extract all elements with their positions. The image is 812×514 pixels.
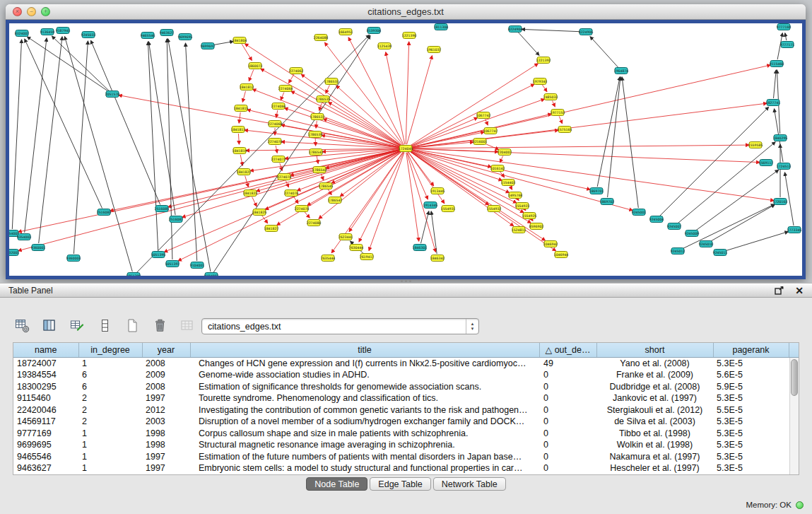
cell-short[interactable]: Yano et al. (2008)	[596, 357, 713, 369]
cell-out_de[interactable]: 0	[539, 451, 596, 463]
graph-edge[interactable]	[349, 152, 403, 232]
graph-node[interactable]: 1841815	[234, 105, 249, 112]
graph-edge[interactable]	[245, 176, 249, 187]
graph-node[interactable]: 9360003	[66, 255, 81, 262]
graph-node[interactable]: 1846342	[430, 255, 445, 262]
graph-edge[interactable]	[148, 42, 175, 215]
delete-table-button[interactable]	[149, 315, 170, 336]
graph-node[interactable]: 1524811	[512, 227, 526, 233]
cell-short[interactable]: Stergiakouli et al. (2012)	[596, 404, 713, 416]
graph-node[interactable]: 1869701	[589, 188, 604, 194]
graph-edge[interactable]	[281, 93, 284, 100]
graph-node[interactable]: 1575165	[558, 127, 572, 133]
cell-pagerank[interactable]: 5.3E-5	[713, 416, 789, 428]
graph-node[interactable]: 2264088	[314, 35, 329, 41]
graph-node[interactable]: 8224906	[579, 29, 594, 35]
cell-short[interactable]: Hescheler et al. (1997)	[596, 462, 713, 474]
graph-edge[interactable]	[348, 37, 404, 145]
cell-in_degree[interactable]: 1	[78, 462, 142, 474]
graph-edge[interactable]	[238, 134, 239, 144]
graph-node[interactable]: 1067742	[476, 112, 491, 119]
graph-edge[interactable]	[305, 212, 310, 218]
graph-node[interactable]: 1786535	[316, 96, 331, 103]
graph-node[interactable]: 1786547	[328, 197, 343, 204]
graph-node[interactable]: 9354003	[17, 234, 32, 240]
table-row[interactable]: 1872400712008Changes of HCN gene express…	[13, 357, 799, 369]
graph-node[interactable]: 9699695	[178, 34, 193, 40]
graph-node[interactable]: 1860073	[248, 63, 263, 69]
graph-edge[interactable]	[410, 65, 770, 148]
graph-node[interactable]: 2274064	[278, 86, 293, 92]
graph-node[interactable]: 1786541	[309, 149, 324, 156]
graph-node[interactable]: 1811304	[434, 24, 449, 30]
graph-node[interactable]: 9463627	[160, 30, 175, 36]
graph-node[interactable]: 8324007	[15, 30, 30, 37]
graph-edge[interactable]	[542, 85, 547, 92]
cell-pagerank[interactable]: 5.3E-5	[713, 439, 789, 451]
graph-node[interactable]: 1554932	[487, 206, 502, 212]
cell-name[interactable]: 19384554	[13, 369, 78, 381]
graph-node[interactable]: 9245010	[699, 241, 714, 247]
graph-node[interactable]: 1841827	[264, 226, 279, 232]
graph-node[interactable]: 1154403	[501, 180, 516, 186]
graph-node[interactable]: 1832001	[9, 250, 19, 256]
scrollbar-thumb[interactable]	[791, 359, 798, 396]
column-header-out_de[interactable]: △ out_de…	[539, 343, 596, 357]
graph-node[interactable]: 1664951	[339, 29, 353, 35]
graph-node[interactable]: 9245001	[632, 209, 647, 216]
cell-name[interactable]: 9115460	[13, 392, 78, 404]
graph-node[interactable]: 1016142	[490, 165, 505, 172]
graph-node[interactable]: 8596902	[529, 223, 544, 230]
graph-edge[interactable]	[410, 103, 767, 148]
close-window-button[interactable]: ×	[13, 7, 22, 16]
close-panel-button[interactable]: ✕	[795, 286, 804, 296]
column-header-title[interactable]: title	[190, 343, 539, 357]
graph-node[interactable]: 2516085	[155, 206, 170, 212]
graph-edge[interactable]	[39, 37, 62, 243]
graph-edge[interactable]	[317, 156, 318, 163]
graph-node[interactable]: 1841804	[233, 37, 247, 44]
graph-edge[interactable]	[410, 148, 760, 162]
graph-edge[interactable]	[559, 117, 562, 124]
graph-edge[interactable]	[553, 101, 555, 107]
graph-edge[interactable]	[774, 70, 777, 98]
column-header-pagerank[interactable]: pagerank	[713, 343, 789, 357]
graph-edge[interactable]	[500, 156, 503, 163]
graph-node[interactable]: 1046942	[543, 241, 558, 247]
graph-node[interactable]: 9245004	[649, 216, 664, 223]
graph-node[interactable]: 1554925	[522, 213, 537, 219]
table-row[interactable]: 911546021997Tourette syndrome. Phenomeno…	[13, 392, 799, 404]
cell-out_de[interactable]: 0	[539, 369, 596, 381]
graph-edge[interactable]	[167, 39, 172, 259]
table-row[interactable]: 946554611997Estimation of the future num…	[13, 451, 799, 463]
graph-node[interactable]: 1559585	[748, 142, 763, 148]
graph-edge[interactable]	[409, 64, 538, 146]
graph-edge[interactable]	[407, 56, 433, 145]
table-selector-combo[interactable]: citations_edges.txt ▲ ▼	[201, 318, 479, 334]
graph-edge[interactable]	[186, 43, 197, 261]
graph-node[interactable]: 1961037	[427, 47, 442, 53]
graph-edge[interactable]	[518, 32, 539, 55]
graph-edge[interactable]	[724, 232, 789, 252]
import-table-button[interactable]	[177, 315, 198, 336]
cell-pagerank[interactable]: 5.5E-5	[713, 404, 789, 416]
graph-edge[interactable]	[91, 40, 160, 204]
graph-node[interactable]: 1067747	[483, 128, 498, 134]
graph-edge[interactable]	[276, 146, 277, 153]
graph-node[interactable]: 1869702	[600, 199, 615, 205]
graph-node[interactable]: 5051399	[126, 273, 141, 276]
cell-out_de[interactable]: 0	[539, 404, 596, 416]
graph-edge[interactable]	[28, 37, 110, 92]
table-row[interactable]: 1456911722003Disruption of a novel membe…	[13, 416, 799, 428]
graph-edge[interactable]	[307, 151, 402, 206]
graph-edge[interactable]	[276, 110, 278, 117]
table-row[interactable]: 2242004622012Investigating the contribut…	[13, 404, 799, 416]
graph-edge[interactable]	[785, 33, 787, 40]
graph-node[interactable]: 1841812	[240, 84, 254, 90]
table-row[interactable]: 969969511998Structural magnetic resonanc…	[13, 439, 799, 451]
graph-node[interactable]: 1724513	[777, 163, 792, 170]
graph-node[interactable]: 1846301	[413, 245, 428, 251]
cell-title[interactable]: Tourette syndrome. Phenomenology and cla…	[190, 392, 539, 404]
graph-node[interactable]: 7619417	[360, 254, 375, 260]
graph-node[interactable]: 1786545	[319, 183, 334, 189]
